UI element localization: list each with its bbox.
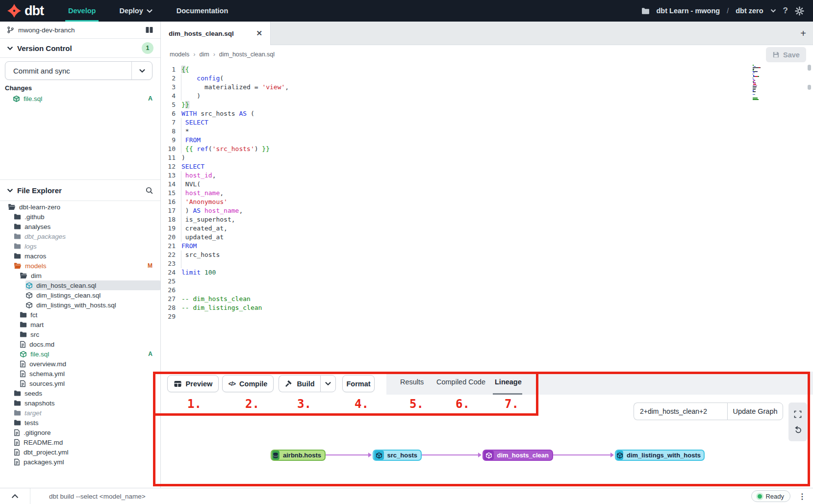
code-text: }} (181, 101, 189, 109)
branch-selector[interactable]: mwong-dev-branch (0, 22, 160, 39)
nav-item-develop[interactable]: Develop (56, 0, 107, 22)
arrowhead-icon (610, 453, 614, 457)
kebab-menu-icon[interactable]: ⋮ (798, 492, 806, 501)
cube-icon (616, 451, 623, 460)
update-graph-label: Update Graph (733, 407, 777, 415)
code-line: 20 updated_at (162, 233, 289, 242)
file-explorer-header[interactable]: File Explorer (0, 179, 160, 201)
tree-item-file-sql[interactable]: file.sqlA (20, 349, 160, 359)
help-icon[interactable]: ? (783, 6, 788, 16)
tab-title: dim_hosts_clean.sql (169, 30, 234, 37)
save-button[interactable]: Save (766, 47, 806, 62)
tree-item-mart[interactable]: mart (20, 320, 160, 329)
nav-item-deploy[interactable]: Deploy (107, 0, 164, 22)
tree-item-dim-hosts-clean-sql[interactable]: dim_hosts_clean.sql (25, 280, 160, 290)
lineage-node-dim-listings-with-hosts[interactable]: dim_listings_with_hosts (615, 450, 705, 461)
project-name[interactable]: dbt zero (736, 7, 763, 15)
code-text: config( (181, 74, 224, 83)
code-line: 14 NVL( (162, 180, 289, 189)
new-tab-button[interactable]: + (797, 27, 809, 39)
compile-button[interactable]: </>Compile (222, 375, 274, 392)
update-graph-button[interactable]: Update Graph (727, 403, 783, 420)
tree-item-target[interactable]: target (14, 408, 160, 418)
changed-file-row[interactable]: file.sql A (0, 93, 160, 104)
code-line: 19 created_at, (162, 224, 289, 233)
bottom-panel: Preview</>CompileBuildFormat ResultsComp… (161, 372, 813, 488)
nav-item-label: Develop (68, 7, 96, 15)
tree-item-seeds[interactable]: seeds (14, 388, 160, 398)
node-label: dim_listings_with_hosts (623, 452, 704, 459)
panel-tab-results[interactable]: Results (400, 378, 424, 386)
lineage-node-airbnb-hosts[interactable]: airbnb.hosts (271, 450, 326, 461)
build-options-chevron[interactable] (320, 375, 336, 392)
folder-icon (14, 243, 21, 250)
line-number: 27 (162, 295, 176, 303)
file-icon (20, 370, 26, 378)
preview-button[interactable]: Preview (167, 375, 219, 392)
tree-item-dbt-learn-zero[interactable]: dbt-learn-zero (8, 202, 160, 212)
lineage-edge (553, 454, 611, 455)
tree-item-src[interactable]: src (20, 329, 160, 339)
status-dot-icon (758, 494, 762, 499)
folder-icon (14, 213, 21, 220)
minimap[interactable] (753, 65, 788, 101)
expand-console-button[interactable] (0, 488, 30, 504)
tree-item-dim-listings-with-hosts-sql[interactable]: dim_listings_with_hosts.sql (25, 300, 160, 310)
commit-options-chevron[interactable] (131, 62, 152, 79)
tree-item-label: dim_listings_clean.sql (36, 292, 101, 299)
nav-item-documentation[interactable]: Documentation (165, 0, 240, 22)
reset-view-icon[interactable] (794, 426, 802, 434)
search-icon[interactable] (145, 186, 153, 195)
tree-item--gitignore[interactable]: .gitignore (14, 428, 160, 437)
tree-item-analyses[interactable]: analyses (14, 222, 160, 231)
panel-tab-lineage[interactable]: Lineage (495, 378, 522, 386)
commit-and-sync-button[interactable]: Commit and sync (5, 61, 152, 80)
fullscreen-icon[interactable] (794, 410, 802, 418)
tree-item-logs[interactable]: logs (14, 241, 160, 251)
code-text (181, 259, 185, 268)
tree-item-macros[interactable]: macros (14, 251, 160, 261)
code-line: 2 config( (162, 74, 289, 83)
close-icon[interactable]: ✕ (256, 29, 262, 38)
panel-tab-compiled-code[interactable]: Compiled Code (436, 378, 485, 386)
lineage-selector-input[interactable] (634, 403, 727, 420)
tree-item-dbt-packages[interactable]: dbt_packages (14, 231, 160, 241)
tree-item-tests[interactable]: tests (14, 418, 160, 428)
breadcrumb-dim: dim (199, 51, 209, 58)
tree-item-docs-md[interactable]: docs.md (20, 339, 160, 349)
active-tab-underline (493, 393, 522, 395)
tree-item-dim[interactable]: dim (20, 271, 160, 280)
version-control-header[interactable]: Version Control 1 (0, 39, 160, 58)
tree-item-dbt-project-yml[interactable]: dbt_project.yml (14, 447, 160, 457)
folder-icon (14, 409, 21, 416)
line-number: 20 (162, 233, 176, 242)
build-button[interactable]: Build (279, 375, 320, 392)
tree-item-fct[interactable]: fct (20, 310, 160, 320)
tree-item-sources-yml[interactable]: sources.yml (20, 378, 160, 388)
lineage-node-src-hosts[interactable]: src_hosts (373, 450, 422, 461)
format-button[interactable]: Format (342, 375, 375, 392)
editor-scrollbar[interactable] (807, 64, 812, 372)
tree-item-snapshots[interactable]: snapshots (14, 398, 160, 408)
tree-item-models[interactable]: modelsM (14, 261, 160, 271)
split-view-icon[interactable] (145, 26, 153, 34)
tree-item-overview-md[interactable]: overview.md (20, 359, 160, 369)
project-chevron-down-icon[interactable] (770, 9, 776, 13)
node-label: dim_hosts_clean (494, 452, 553, 459)
tree-item-dim-listings-clean-sql[interactable]: dim_listings_clean.sql (25, 290, 160, 300)
dbt-logo[interactable]: dbt (0, 0, 56, 22)
line-number: 10 (162, 145, 176, 153)
code-editor[interactable]: 1{{2 config(3 materialized = 'view',4 )5… (161, 64, 813, 372)
tab-dim-hosts-clean[interactable]: dim_hosts_clean.sql ✕ (161, 22, 271, 45)
tree-item--github[interactable]: .github (14, 212, 160, 222)
tree-item-label: dbt_project.yml (24, 449, 69, 456)
account-name[interactable]: dbt Learn - mwong (657, 7, 720, 15)
tree-item-readme-md[interactable]: README.md (14, 437, 160, 447)
gear-icon[interactable] (795, 6, 804, 16)
lineage-node-dim-hosts-clean[interactable]: dim_hosts_clean (483, 450, 553, 461)
tree-item-label: dbt-learn-zero (19, 203, 60, 211)
tree-item-schema-yml[interactable]: schema.yml (20, 369, 160, 378)
git-branch-icon (7, 26, 14, 34)
build-button-group: Build (279, 375, 336, 392)
tree-item-packages-yml[interactable]: packages.yml (14, 457, 160, 467)
